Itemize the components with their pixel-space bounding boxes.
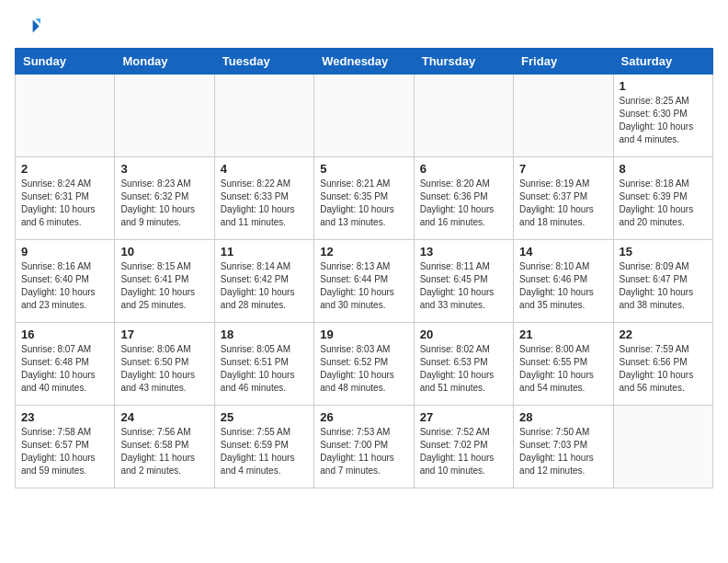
day-info: Sunrise: 8:11 AM Sunset: 6:45 PM Dayligh… [420, 260, 507, 312]
day-info: Sunrise: 8:16 AM Sunset: 6:40 PM Dayligh… [21, 260, 108, 312]
day-info: Sunrise: 7:55 AM Sunset: 6:59 PM Dayligh… [221, 426, 308, 477]
calendar-cell: 28Sunrise: 7:50 AM Sunset: 7:03 PM Dayli… [514, 406, 613, 488]
calendar-cell: 14Sunrise: 8:10 AM Sunset: 6:46 PM Dayli… [514, 240, 613, 323]
calendar-cell: 11Sunrise: 8:14 AM Sunset: 6:42 PM Dayli… [214, 240, 313, 323]
day-number: 26 [320, 410, 407, 424]
calendar-cell: 19Sunrise: 8:03 AM Sunset: 6:52 PM Dayli… [314, 323, 414, 406]
day-info: Sunrise: 8:05 AM Sunset: 6:51 PM Dayligh… [221, 343, 308, 395]
calendar-cell: 4Sunrise: 8:22 AM Sunset: 6:33 PM Daylig… [214, 157, 313, 240]
day-info: Sunrise: 8:03 AM Sunset: 6:52 PM Dayligh… [320, 343, 407, 395]
calendar-cell: 24Sunrise: 7:56 AM Sunset: 6:58 PM Dayli… [115, 406, 214, 488]
day-number: 19 [320, 327, 407, 341]
day-number: 5 [320, 162, 407, 176]
calendar-week-row: 9Sunrise: 8:16 AM Sunset: 6:40 PM Daylig… [16, 240, 713, 323]
day-info: Sunrise: 7:58 AM Sunset: 6:57 PM Dayligh… [21, 426, 108, 477]
calendar-cell: 20Sunrise: 8:02 AM Sunset: 6:53 PM Dayli… [414, 323, 513, 406]
calendar-cell [414, 75, 513, 157]
day-number: 11 [221, 245, 308, 259]
calendar-cell: 23Sunrise: 7:58 AM Sunset: 6:57 PM Dayli… [16, 406, 115, 488]
weekday-header: Sunday [16, 49, 115, 75]
day-number: 13 [420, 245, 507, 259]
day-number: 27 [420, 410, 507, 424]
day-number: 15 [620, 245, 707, 259]
calendar-cell: 7Sunrise: 8:19 AM Sunset: 6:37 PM Daylig… [514, 157, 613, 240]
day-info: Sunrise: 8:07 AM Sunset: 6:48 PM Dayligh… [21, 343, 108, 395]
day-number: 16 [21, 327, 108, 341]
calendar-cell [514, 75, 613, 157]
day-number: 20 [420, 327, 507, 341]
day-info: Sunrise: 8:23 AM Sunset: 6:32 PM Dayligh… [120, 178, 208, 229]
day-info: Sunrise: 8:14 AM Sunset: 6:42 PM Dayligh… [221, 260, 308, 312]
calendar-cell: 16Sunrise: 8:07 AM Sunset: 6:48 PM Dayli… [16, 323, 115, 406]
weekday-header: Monday [115, 49, 214, 75]
day-info: Sunrise: 8:10 AM Sunset: 6:46 PM Dayligh… [519, 260, 607, 312]
weekday-header: Wednesday [314, 49, 414, 75]
calendar-cell: 5Sunrise: 8:21 AM Sunset: 6:35 PM Daylig… [314, 157, 414, 240]
day-number: 6 [420, 162, 507, 176]
day-info: Sunrise: 8:02 AM Sunset: 6:53 PM Dayligh… [420, 343, 507, 395]
calendar-week-row: 1Sunrise: 8:25 AM Sunset: 6:30 PM Daylig… [16, 75, 713, 157]
logo-icon [15, 15, 40, 40]
calendar-cell: 18Sunrise: 8:05 AM Sunset: 6:51 PM Dayli… [214, 323, 313, 406]
calendar-table: SundayMondayTuesdayWednesdayThursdayFrid… [15, 48, 713, 488]
day-info: Sunrise: 7:56 AM Sunset: 6:58 PM Dayligh… [120, 426, 208, 477]
calendar-cell: 10Sunrise: 8:15 AM Sunset: 6:41 PM Dayli… [115, 240, 214, 323]
calendar-cell: 25Sunrise: 7:55 AM Sunset: 6:59 PM Dayli… [214, 406, 313, 488]
weekday-header: Saturday [613, 49, 712, 75]
day-number: 25 [221, 410, 308, 424]
day-number: 21 [519, 327, 607, 341]
page-header [15, 15, 713, 40]
calendar-cell: 9Sunrise: 8:16 AM Sunset: 6:40 PM Daylig… [16, 240, 115, 323]
weekday-header: Tuesday [214, 49, 313, 75]
day-number: 12 [320, 245, 407, 259]
day-info: Sunrise: 7:50 AM Sunset: 7:03 PM Dayligh… [519, 426, 607, 477]
calendar-week-row: 16Sunrise: 8:07 AM Sunset: 6:48 PM Dayli… [16, 323, 713, 406]
calendar-cell: 22Sunrise: 7:59 AM Sunset: 6:56 PM Dayli… [613, 323, 712, 406]
calendar-cell [16, 75, 115, 157]
calendar-cell: 2Sunrise: 8:24 AM Sunset: 6:31 PM Daylig… [16, 157, 115, 240]
day-info: Sunrise: 7:53 AM Sunset: 7:00 PM Dayligh… [320, 426, 407, 477]
day-info: Sunrise: 8:06 AM Sunset: 6:50 PM Dayligh… [120, 343, 208, 395]
svg-marker-0 [33, 20, 40, 33]
day-number: 1 [620, 79, 707, 93]
day-number: 4 [221, 162, 308, 176]
day-number: 9 [21, 245, 108, 259]
day-info: Sunrise: 8:22 AM Sunset: 6:33 PM Dayligh… [221, 178, 308, 229]
day-number: 8 [620, 162, 707, 176]
weekday-header: Friday [514, 49, 613, 75]
calendar-week-row: 2Sunrise: 8:24 AM Sunset: 6:31 PM Daylig… [16, 157, 713, 240]
day-number: 7 [519, 162, 607, 176]
day-number: 10 [120, 245, 208, 259]
day-number: 28 [519, 410, 607, 424]
day-info: Sunrise: 8:00 AM Sunset: 6:55 PM Dayligh… [519, 343, 607, 395]
day-info: Sunrise: 7:52 AM Sunset: 7:02 PM Dayligh… [420, 426, 507, 477]
day-number: 2 [21, 162, 108, 176]
calendar-cell: 6Sunrise: 8:20 AM Sunset: 6:36 PM Daylig… [414, 157, 513, 240]
day-info: Sunrise: 8:15 AM Sunset: 6:41 PM Dayligh… [120, 260, 208, 312]
calendar-cell: 26Sunrise: 7:53 AM Sunset: 7:00 PM Dayli… [314, 406, 414, 488]
calendar-cell: 27Sunrise: 7:52 AM Sunset: 7:02 PM Dayli… [414, 406, 513, 488]
day-info: Sunrise: 8:18 AM Sunset: 6:39 PM Dayligh… [620, 178, 707, 229]
calendar-cell [613, 406, 712, 488]
day-number: 24 [120, 410, 208, 424]
day-number: 14 [519, 245, 607, 259]
calendar-cell [214, 75, 313, 157]
calendar-cell [115, 75, 214, 157]
day-number: 17 [120, 327, 208, 341]
day-info: Sunrise: 8:24 AM Sunset: 6:31 PM Dayligh… [21, 178, 108, 229]
day-info: Sunrise: 8:13 AM Sunset: 6:44 PM Dayligh… [320, 260, 407, 312]
calendar-cell: 15Sunrise: 8:09 AM Sunset: 6:47 PM Dayli… [613, 240, 712, 323]
day-info: Sunrise: 8:20 AM Sunset: 6:36 PM Dayligh… [420, 178, 507, 229]
day-info: Sunrise: 8:25 AM Sunset: 6:30 PM Dayligh… [620, 95, 707, 146]
day-info: Sunrise: 8:19 AM Sunset: 6:37 PM Dayligh… [519, 178, 607, 229]
calendar-cell: 8Sunrise: 8:18 AM Sunset: 6:39 PM Daylig… [613, 157, 712, 240]
day-number: 3 [120, 162, 208, 176]
day-info: Sunrise: 8:21 AM Sunset: 6:35 PM Dayligh… [320, 178, 407, 229]
calendar-cell: 12Sunrise: 8:13 AM Sunset: 6:44 PM Dayli… [314, 240, 414, 323]
weekday-header: Thursday [414, 49, 513, 75]
day-number: 23 [21, 410, 108, 424]
calendar-cell: 1Sunrise: 8:25 AM Sunset: 6:30 PM Daylig… [613, 75, 712, 157]
calendar-header-row: SundayMondayTuesdayWednesdayThursdayFrid… [16, 49, 713, 75]
calendar-cell: 17Sunrise: 8:06 AM Sunset: 6:50 PM Dayli… [115, 323, 214, 406]
calendar-cell: 13Sunrise: 8:11 AM Sunset: 6:45 PM Dayli… [414, 240, 513, 323]
